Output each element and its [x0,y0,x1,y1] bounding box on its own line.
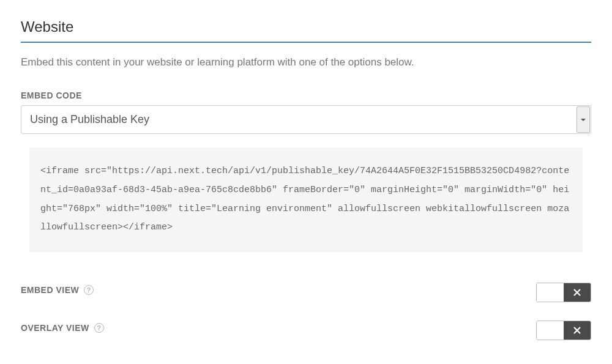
toggle-on-option[interactable] [564,283,591,302]
toggle-off-option[interactable] [537,283,564,302]
section-title: Website [21,18,591,43]
overlay-view-label-text: OVERLAY VIEW [21,323,89,333]
overlay-view-label: OVERLAY VIEW ? [21,323,104,333]
overlay-view-toggle[interactable] [536,321,591,340]
embed-code-snippet[interactable]: <iframe src="https://api.next.tech/api/v… [29,147,583,252]
embed-code-label: EMBED CODE [21,91,591,100]
close-icon [573,289,581,296]
embed-view-label: EMBED VIEW ? [21,285,94,295]
help-icon[interactable]: ? [84,285,94,295]
embed-view-row: EMBED VIEW ? [21,283,591,302]
embed-view-toggle[interactable] [536,283,591,302]
section-description: Embed this content in your website or le… [21,56,591,69]
close-icon [573,327,581,334]
toggle-off-option[interactable] [537,321,564,340]
toggle-on-option[interactable] [564,321,591,340]
embed-code-select-wrapper: Using a Publishable Key [21,105,591,134]
embed-view-label-text: EMBED VIEW [21,285,79,295]
help-icon[interactable]: ? [94,323,104,333]
embed-code-select[interactable]: Using a Publishable Key [21,105,591,134]
overlay-view-row: OVERLAY VIEW ? [21,321,591,340]
